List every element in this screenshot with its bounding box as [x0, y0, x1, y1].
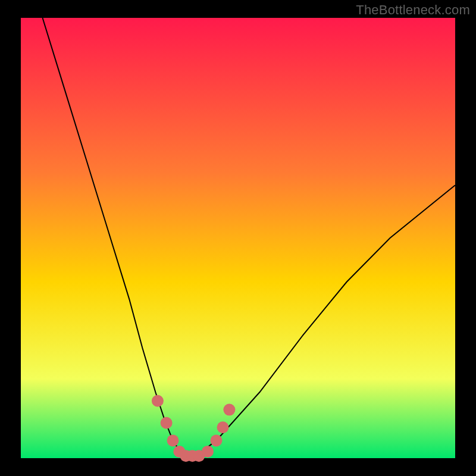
chart-stage: TheBottleneck.com [0, 0, 476, 476]
chart-svg [0, 0, 476, 476]
highlight-dot [202, 446, 214, 458]
highlight-dot [217, 421, 229, 433]
watermark-text: TheBottleneck.com [356, 2, 470, 18]
highlight-dot [152, 395, 164, 407]
highlight-dot [161, 417, 173, 429]
highlight-dot [211, 434, 223, 446]
highlight-dot [223, 404, 235, 416]
highlight-dot [167, 434, 179, 446]
